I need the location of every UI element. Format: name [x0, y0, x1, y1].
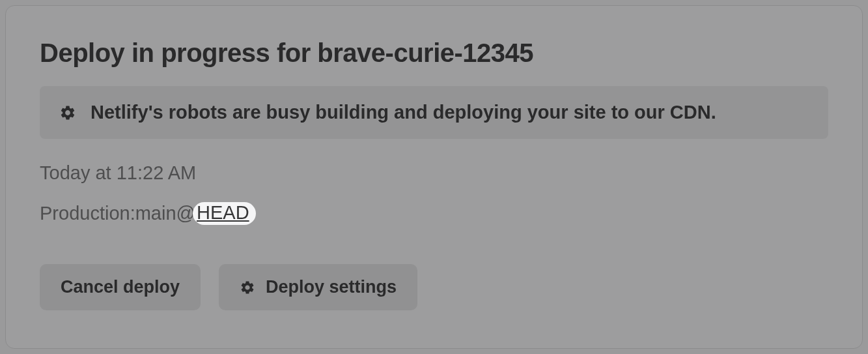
status-bar: Netlify's robots are busy building and d…	[40, 86, 828, 139]
deploy-settings-label: Deploy settings	[266, 277, 397, 297]
site-name: brave-curie-12345	[317, 38, 533, 67]
production-prefix: Production:	[40, 203, 135, 224]
branch-name: main	[135, 203, 176, 224]
status-message: Netlify's robots are busy building and d…	[91, 102, 716, 123]
deploy-card: Deploy in progress for brave-curie-12345…	[5, 5, 863, 349]
cancel-deploy-label: Cancel deploy	[61, 277, 180, 297]
deploy-settings-button[interactable]: Deploy settings	[219, 264, 417, 310]
gear-icon	[240, 280, 255, 295]
deploy-title: Deploy in progress for brave-curie-12345	[40, 38, 828, 68]
gear-icon	[59, 104, 76, 121]
button-row: Cancel deploy Deploy settings	[40, 264, 828, 310]
production-line: Production: main@HEAD	[40, 202, 828, 225]
title-prefix: Deploy in progress for	[40, 38, 317, 67]
ref-link[interactable]: HEAD	[197, 202, 249, 223]
deploy-timestamp: Today at 11:22 AM	[40, 162, 828, 184]
ref-pill[interactable]: HEAD	[193, 202, 256, 225]
cancel-deploy-button[interactable]: Cancel deploy	[40, 264, 201, 310]
